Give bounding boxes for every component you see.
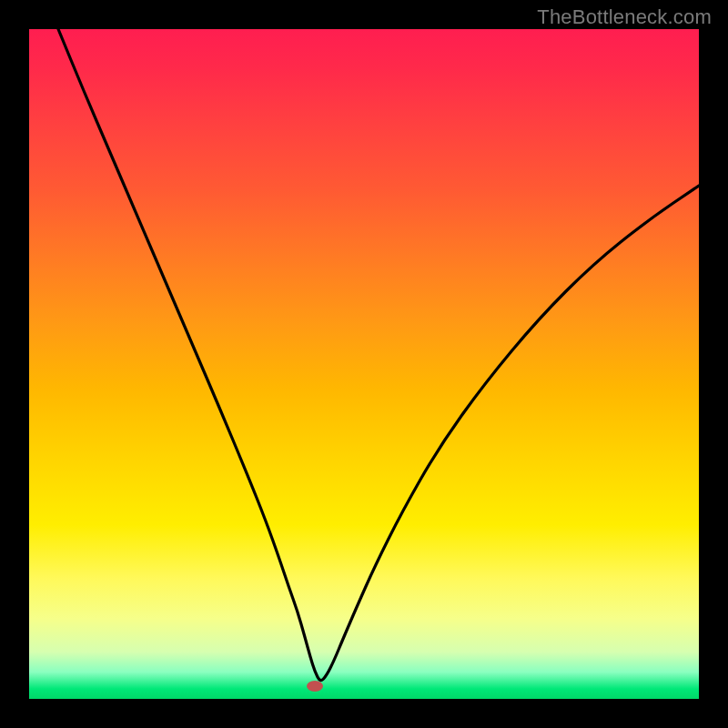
bottleneck-curve [58,29,699,681]
plot-area [29,29,699,699]
watermark-text: TheBottleneck.com [537,5,712,29]
chart-frame: TheBottleneck.com [0,0,728,728]
optimal-point-marker [307,681,323,692]
bottleneck-curve-svg [29,29,699,699]
